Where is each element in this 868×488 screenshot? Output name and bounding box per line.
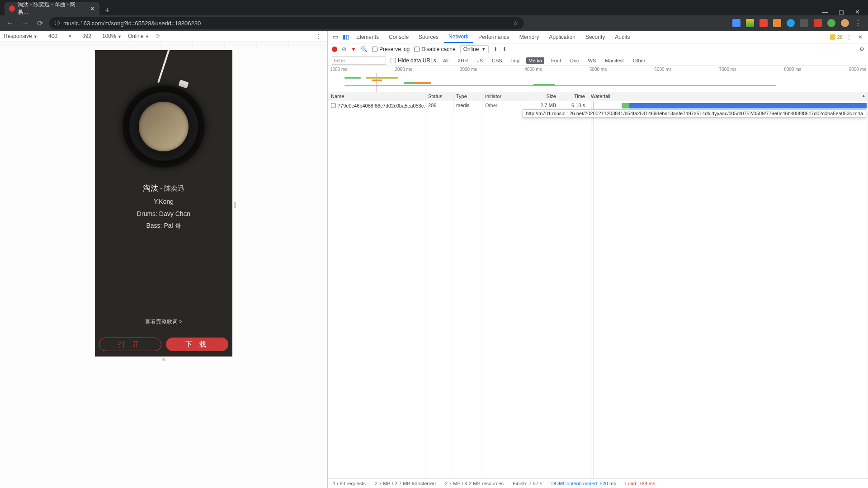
device-zoom-select[interactable]: 100% ▼ xyxy=(102,33,122,39)
tl-tick: 9000 ms xyxy=(849,67,866,72)
search-icon[interactable]: 🔍 xyxy=(361,46,368,52)
download-button[interactable]: 下 载 xyxy=(166,338,228,351)
request-initiator: Other xyxy=(482,101,531,110)
toggle-device-icon[interactable]: ▮▯ xyxy=(341,33,351,40)
preserve-log-checkbox[interactable]: Preserve log xyxy=(372,46,410,52)
network-timeline[interactable]: 1000 ms 2000 ms 3000 ms 4000 ms 5000 ms … xyxy=(328,66,868,92)
song-title-line: 淘汰 - 陈奕迅 xyxy=(95,181,232,196)
col-type-header[interactable]: Type xyxy=(453,92,482,101)
disable-cache-checkbox[interactable]: Disable cache xyxy=(414,46,455,52)
resize-handle-icon[interactable]: ║ xyxy=(233,202,237,207)
favicon-icon xyxy=(9,5,15,12)
network-request-row[interactable]: 779e0c46b4088f86c7d02c0ba5ea053c.m4a 206… xyxy=(328,101,868,110)
upload-har-icon[interactable]: ⬆ xyxy=(493,46,498,52)
device-resize-handle[interactable]: ≡ xyxy=(95,357,232,363)
type-pill-img[interactable]: Img xyxy=(509,57,522,64)
ext-icon-7[interactable] xyxy=(814,19,822,27)
back-button[interactable]: ← xyxy=(5,19,15,27)
extensions-tray: ⋮ xyxy=(732,19,863,28)
type-pill-media[interactable]: Media xyxy=(526,57,544,64)
row-checkbox[interactable] xyxy=(331,103,336,108)
window-close-button[interactable]: ✕ xyxy=(855,9,860,15)
col-status-header[interactable]: Status xyxy=(425,92,453,101)
view-lyrics-link[interactable]: 查看完整歌词 > xyxy=(95,318,232,326)
album-art xyxy=(139,102,189,151)
type-pill-xhr[interactable]: XHR xyxy=(455,57,470,64)
tl-tick: 7000 ms xyxy=(719,67,736,72)
record-button[interactable] xyxy=(332,47,337,52)
avatar-icon[interactable] xyxy=(841,19,849,27)
request-status: 206 xyxy=(425,101,453,110)
ext-icon-4[interactable] xyxy=(773,19,781,27)
new-tab-button[interactable]: + xyxy=(99,6,115,15)
window-maximize-button[interactable]: ▢ xyxy=(839,9,844,15)
request-type: media xyxy=(453,101,482,110)
filter-funnel-icon[interactable]: ▼ xyxy=(351,46,356,52)
ext-icon-2[interactable] xyxy=(746,19,754,27)
tab-security[interactable]: Security xyxy=(581,31,609,43)
address-bar[interactable]: ⓘ music.163.com/m/song?id=65528&userid=1… xyxy=(49,17,524,29)
ext-icon-1[interactable] xyxy=(732,19,741,27)
download-har-icon[interactable]: ⬇ xyxy=(502,46,507,52)
type-pill-manifest[interactable]: Manifest xyxy=(603,57,626,64)
emulated-viewport[interactable]: 淘汰 - 陈奕迅 Y.Kong Drums: Davy Chan Bass: P… xyxy=(95,50,232,357)
ext-icon-6[interactable] xyxy=(800,19,808,27)
window-minimize-button[interactable]: — xyxy=(822,9,828,15)
tl-tick: 4000 ms xyxy=(524,67,542,72)
type-pill-all[interactable]: All xyxy=(441,57,451,64)
type-pill-doc[interactable]: Doc xyxy=(568,57,581,64)
devtools-close-icon[interactable]: ✕ xyxy=(855,34,865,40)
type-pill-font[interactable]: Font xyxy=(549,57,563,64)
tab-elements[interactable]: Elements xyxy=(352,31,383,43)
col-waterfall-header[interactable]: Waterfall xyxy=(588,92,868,101)
browser-menu-icon[interactable]: ⋮ xyxy=(854,19,862,28)
type-pill-ws[interactable]: WS xyxy=(586,57,599,64)
site-info-icon[interactable]: ⓘ xyxy=(55,20,60,27)
col-initiator-header[interactable]: Initiator xyxy=(482,92,531,101)
close-tab-icon[interactable]: ✕ xyxy=(90,5,95,12)
type-pill-js[interactable]: JS xyxy=(475,57,485,64)
clear-button[interactable]: ⊘ xyxy=(342,46,346,52)
tab-console[interactable]: Console xyxy=(384,31,413,43)
filter-input[interactable] xyxy=(332,56,386,65)
tab-sources[interactable]: Sources xyxy=(414,31,443,43)
col-name-header[interactable]: Name xyxy=(328,92,425,101)
browser-tab[interactable]: 淘汰 - 陈奕迅 - 单曲 - 网易… ✕ xyxy=(5,2,99,15)
hide-data-urls-checkbox[interactable]: Hide data URLs xyxy=(391,57,436,64)
network-settings-icon[interactable]: ⚙ xyxy=(859,46,864,52)
devtools-menu-icon[interactable]: ⋮ xyxy=(844,34,854,40)
type-pill-other[interactable]: Other xyxy=(631,57,648,64)
network-table-header[interactable]: Name Status Type Initiator Size Time Wat… xyxy=(328,92,868,101)
col-time-header[interactable]: Time xyxy=(559,92,588,101)
device-throttle-select[interactable]: Online ▼ xyxy=(128,33,149,39)
tab-audits[interactable]: Audits xyxy=(610,31,634,43)
device-height-input[interactable]: 892 xyxy=(78,33,96,39)
status-finish: Finish: 7.57 s xyxy=(513,481,542,486)
reload-button[interactable]: ⟳ xyxy=(35,19,45,28)
ext-icon-5[interactable] xyxy=(787,19,795,27)
song-artist: 陈奕迅 xyxy=(164,184,184,192)
rotate-icon[interactable]: ⟳ xyxy=(156,33,160,39)
tab-performance[interactable]: Performance xyxy=(474,31,514,43)
bookmark-star-icon[interactable]: ☆ xyxy=(513,20,519,27)
inspect-icon[interactable]: ▭ xyxy=(331,33,340,40)
status-resources: 2.7 MB / 4.2 MB resources xyxy=(445,481,504,486)
device-width-input[interactable]: 400 xyxy=(44,33,62,39)
forward-button[interactable]: → xyxy=(20,19,31,27)
device-mode-select[interactable]: Responsive ▼ xyxy=(4,33,38,39)
throttle-select[interactable]: Online▼ xyxy=(460,45,489,53)
tab-application[interactable]: Application xyxy=(544,31,580,43)
type-pill-css[interactable]: CSS xyxy=(490,57,505,64)
tab-network[interactable]: Network xyxy=(444,31,473,43)
devtools-header: ▭ ▮▯ Elements Console Sources Network Pe… xyxy=(328,31,868,43)
device-more-icon[interactable]: ⋮ xyxy=(316,33,324,39)
ext-icon-3[interactable] xyxy=(760,19,768,27)
col-size-header[interactable]: Size xyxy=(531,92,559,101)
tl-tick: 2000 ms xyxy=(395,67,412,72)
network-status-bar: 1 / 63 requests 2.7 MB / 2.7 MB transfer… xyxy=(328,478,868,488)
device-ruler[interactable] xyxy=(0,42,327,48)
open-app-button[interactable]: 打 开 xyxy=(99,338,161,351)
tab-memory[interactable]: Memory xyxy=(515,31,543,43)
warnings-badge[interactable]: 26 xyxy=(830,34,843,40)
ext-icon-8[interactable] xyxy=(827,19,835,27)
